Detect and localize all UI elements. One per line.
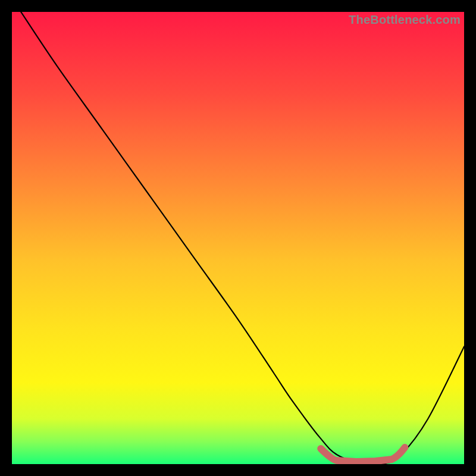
chart-frame: TheBottleneck.com <box>12 12 464 464</box>
watermark-text: TheBottleneck.com <box>349 13 461 27</box>
bottleneck-chart <box>12 12 464 464</box>
gradient-background <box>12 12 464 464</box>
